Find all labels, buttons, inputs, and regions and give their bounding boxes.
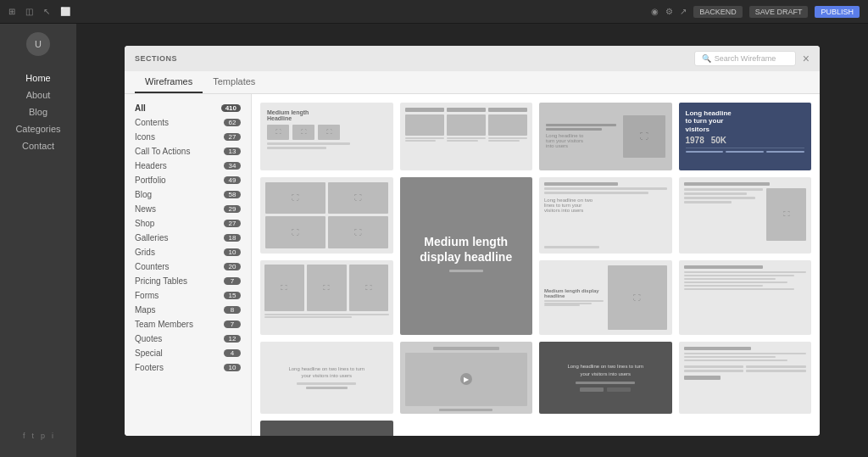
nav-contact[interactable]: Contact bbox=[22, 141, 54, 151]
modal-header-right: 🔍 Search Wireframe × bbox=[694, 51, 810, 66]
cat-counters[interactable]: Counters 20 bbox=[125, 259, 251, 274]
main-content: SECTIONS 🔍 Search Wireframe × Wireframes… bbox=[76, 24, 868, 457]
bell-icon[interactable]: ◉ bbox=[651, 7, 659, 16]
top-toolbar: ⊞ ◫ ↖ ⬜ ◉ ⚙ ↗ BACKEND SAVE DRAFT PUBLISH bbox=[0, 0, 868, 24]
cat-all[interactable]: All 410 bbox=[125, 101, 251, 115]
cat-footers[interactable]: Footers 10 bbox=[125, 360, 251, 375]
wireframe-card-8[interactable]: ⛶ ⛶ ⛶ bbox=[260, 260, 393, 335]
left-sidebar: U Home About Blog Categories Contact f t… bbox=[0, 24, 76, 457]
wireframe-card-9[interactable]: Medium length displayheadline ⛶ bbox=[539, 260, 672, 335]
nav-about[interactable]: About bbox=[26, 90, 51, 100]
wireframe-card-4[interactable]: Long headlineto turn yourvisitors 1978 5… bbox=[679, 103, 812, 170]
nav-categories[interactable]: Categories bbox=[15, 124, 60, 134]
cat-shop[interactable]: Shop 27 bbox=[125, 216, 251, 231]
settings-icon[interactable]: ⚙ bbox=[665, 7, 673, 16]
tab-templates[interactable]: Templates bbox=[203, 71, 265, 93]
wireframe-card-6[interactable]: Long headline on twolines to turn yourvi… bbox=[539, 177, 672, 254]
tab-wireframes[interactable]: Wireframes bbox=[135, 71, 203, 93]
wireframe-card-7[interactable]: ⛶ bbox=[679, 177, 812, 254]
social-icons: f t p i bbox=[23, 432, 53, 440]
cat-quotes[interactable]: Quotes 12 bbox=[125, 332, 251, 346]
cat-team[interactable]: Team Members 7 bbox=[125, 317, 251, 332]
pinterest-icon[interactable]: p bbox=[41, 432, 45, 440]
wireframe-card-3[interactable]: Long headline toturn your visitorsinto u… bbox=[539, 103, 672, 170]
nav-home[interactable]: Home bbox=[25, 73, 50, 83]
cat-icons[interactable]: Icons 27 bbox=[125, 130, 251, 144]
feature-headline: Medium length display headline bbox=[410, 234, 523, 265]
nav-blog[interactable]: Blog bbox=[29, 107, 47, 117]
toolbar-right: ◉ ⚙ ↗ BACKEND SAVE DRAFT PUBLISH bbox=[651, 6, 860, 18]
cat-blog[interactable]: Blog 58 bbox=[125, 187, 251, 202]
modal-tabs: Wireframes Templates bbox=[125, 71, 820, 94]
backend-button[interactable]: BACKEND bbox=[693, 6, 743, 18]
wireframe-card-2[interactable] bbox=[400, 103, 533, 170]
layers-icon[interactable]: ◫ bbox=[25, 7, 33, 16]
publish-button[interactable]: PUBLISH bbox=[815, 6, 860, 18]
sections-modal: SECTIONS 🔍 Search Wireframe × Wireframes… bbox=[125, 46, 820, 436]
wireframe-card-14[interactable] bbox=[679, 342, 812, 414]
cat-galleries[interactable]: Galleries 18 bbox=[125, 231, 251, 245]
wireframe-card-10[interactable] bbox=[679, 260, 812, 335]
cat-portfolio[interactable]: Portfolio 49 bbox=[125, 173, 251, 187]
search-placeholder: Search Wireframe bbox=[715, 54, 776, 63]
cat-forms[interactable]: Forms 15 bbox=[125, 288, 251, 303]
modal-header: SECTIONS 🔍 Search Wireframe × bbox=[125, 46, 820, 71]
cat-headers[interactable]: Headers 34 bbox=[125, 159, 251, 173]
close-button[interactable]: × bbox=[803, 53, 810, 64]
save-draft-button[interactable]: SAVE DRAFT bbox=[749, 6, 809, 18]
grid-icon[interactable]: ⊞ bbox=[8, 7, 15, 16]
cursor-icon[interactable]: ↖ bbox=[43, 7, 50, 16]
wireframe-card-11[interactable]: Long headline on two lines to turnyour v… bbox=[260, 342, 393, 414]
logo[interactable]: U bbox=[26, 32, 50, 56]
wireframe-grid: Medium lengthHeadline ⛶ ⛶ ⛶ bbox=[260, 103, 811, 436]
wireframe-card-12[interactable]: ▶ bbox=[400, 342, 533, 414]
cat-pricing[interactable]: Pricing Tables 7 bbox=[125, 274, 251, 288]
wireframe-grid-area: Medium lengthHeadline ⛶ ⛶ ⛶ bbox=[252, 94, 820, 436]
wireframe-card-13[interactable]: Long headline on two lines to turnyour v… bbox=[539, 342, 672, 414]
wireframe-card-5[interactable]: ⛶ ⛶ ⛶ ⛶ bbox=[260, 177, 393, 254]
search-icon: 🔍 bbox=[702, 54, 711, 63]
search-box[interactable]: 🔍 Search Wireframe bbox=[694, 51, 796, 66]
cat-maps[interactable]: Maps 8 bbox=[125, 303, 251, 317]
cat-contents[interactable]: Contents 62 bbox=[125, 115, 251, 130]
toolbar-left: ⊞ ◫ ↖ ⬜ bbox=[8, 7, 70, 16]
instagram-icon[interactable]: i bbox=[52, 432, 53, 440]
wireframe-card-feature[interactable]: Medium length display headline bbox=[400, 177, 533, 335]
wireframe-card-bottom-cta[interactable]: Long headline on two lines to turn your … bbox=[260, 421, 393, 436]
wireframe-card-1[interactable]: Medium lengthHeadline ⛶ ⛶ ⛶ bbox=[260, 103, 393, 170]
category-sidebar: All 410 Contents 62 Icons 27 Call To Act… bbox=[125, 94, 252, 436]
cat-cta[interactable]: Call To Actions 13 bbox=[125, 144, 251, 159]
cat-grids[interactable]: Grids 10 bbox=[125, 245, 251, 259]
twitter-icon[interactable]: t bbox=[31, 432, 34, 440]
frame-icon[interactable]: ⬜ bbox=[60, 7, 70, 16]
modal-overlay: SECTIONS 🔍 Search Wireframe × Wireframes… bbox=[76, 24, 868, 457]
facebook-icon[interactable]: f bbox=[23, 432, 25, 440]
modal-body: All 410 Contents 62 Icons 27 Call To Act… bbox=[125, 94, 820, 436]
share-icon[interactable]: ↗ bbox=[680, 7, 687, 16]
cat-news[interactable]: News 29 bbox=[125, 202, 251, 216]
cat-special[interactable]: Special 4 bbox=[125, 346, 251, 360]
modal-title: SECTIONS bbox=[135, 54, 177, 63]
